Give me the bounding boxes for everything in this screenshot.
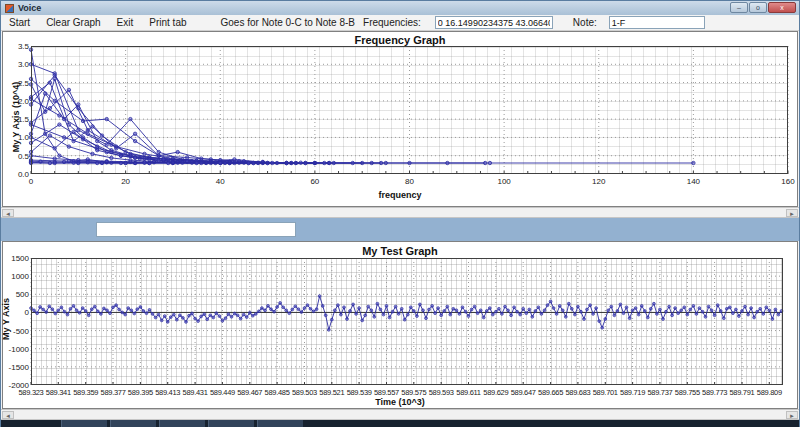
y-tick-label: 2.0	[5, 97, 29, 106]
menu-item-exit[interactable]: Exit	[109, 16, 142, 29]
frequencies-input[interactable]	[435, 16, 553, 29]
window-title: Voice	[18, 3, 41, 13]
x-tick-label: 589.449	[207, 388, 237, 397]
x-tick-label: 589.485	[262, 388, 292, 397]
scroll-right-icon[interactable]: ►	[786, 411, 798, 419]
x-tick-label: 589.683	[563, 388, 593, 397]
menu-item-print-tab[interactable]: Print tab	[141, 16, 194, 29]
x-tick-label: 589.341	[43, 388, 73, 397]
y-tick-label: 0	[5, 308, 29, 317]
y-tick-label: -2000	[5, 381, 29, 390]
menu-item-start[interactable]: Start	[1, 16, 38, 29]
scroll-left-icon[interactable]: ◄	[2, 209, 14, 217]
y-tick-label: 3.0	[5, 60, 29, 69]
x-tick-label: 589.413	[153, 388, 183, 397]
menu-bar: Start Clear Graph Exit Print tab Goes fo…	[1, 15, 799, 31]
taskbar-item[interactable]	[110, 420, 156, 427]
x-tick-label: 589.503	[289, 388, 319, 397]
x-tick-label: 589.395	[125, 388, 155, 397]
x-tick-label: 589.629	[481, 388, 511, 397]
band-textbox[interactable]	[96, 222, 296, 237]
x-tick-label: 589.431	[180, 388, 210, 397]
y-tick-label: -1000	[5, 345, 29, 354]
x-tick-label: 589.791	[727, 388, 757, 397]
frequency-graph-xlabel: frequency	[3, 190, 797, 200]
title-bar[interactable]: Voice – o x	[1, 1, 799, 15]
close-button[interactable]: x	[768, 2, 796, 13]
frequencies-label: Frequencies:	[359, 16, 425, 29]
x-tick-label: 20	[116, 177, 136, 186]
frequency-graph-panel: Frequency Graph My Y Axis (10^4) 0204060…	[2, 31, 798, 207]
test-graph-xlabel: Time (10^3)	[3, 397, 797, 407]
y-tick-label: -500	[5, 327, 29, 336]
x-tick-label: 589.647	[508, 388, 538, 397]
taskbar[interactable]	[1, 420, 799, 427]
x-tick-label: 589.467	[235, 388, 265, 397]
taskbar-item[interactable]	[159, 420, 205, 427]
x-tick-label: 589.377	[98, 388, 128, 397]
y-tick-label: 500	[5, 290, 29, 299]
lower-horizontal-scrollbar[interactable]: ◄ ►	[1, 409, 799, 420]
x-tick-label: 589.593	[426, 388, 456, 397]
y-tick-label: 1.5	[5, 115, 29, 124]
y-tick-label: 2.5	[5, 79, 29, 88]
scroll-left-icon[interactable]: ◄	[2, 411, 14, 419]
x-tick-label: 120	[589, 177, 609, 186]
y-tick-label: -1500	[5, 363, 29, 372]
x-tick-label: 589.809	[754, 388, 784, 397]
menu-item-clear-graph[interactable]: Clear Graph	[38, 16, 108, 29]
x-tick-label: 589.773	[700, 388, 730, 397]
y-tick-label: 1000	[5, 272, 29, 281]
x-tick-label: 140	[683, 177, 703, 186]
note-label: Note:	[569, 16, 601, 29]
y-tick-label: 3.5	[5, 42, 29, 51]
upper-horizontal-scrollbar[interactable]: ◄ ►	[1, 207, 799, 218]
test-plot-area	[31, 258, 783, 385]
y-tick-label: 1500	[5, 254, 29, 263]
taskbar-item[interactable]	[61, 420, 107, 427]
test-graph-title: My Test Graph	[3, 245, 797, 257]
note-range-label: Goes for Note 0-C to Note 8-B	[217, 16, 360, 29]
x-tick-label: 589.359	[71, 388, 101, 397]
x-tick-label: 589.755	[672, 388, 702, 397]
taskbar-item[interactable]	[257, 420, 303, 427]
scroll-right-icon[interactable]: ►	[786, 209, 798, 217]
x-tick-label: 100	[494, 177, 514, 186]
separator-band	[1, 218, 799, 241]
x-tick-label: 589.611	[454, 388, 484, 397]
x-tick-label: 589.521	[317, 388, 347, 397]
taskbar-item[interactable]	[208, 420, 254, 427]
minimize-button[interactable]: –	[730, 2, 748, 13]
app-window: Voice – o x Start Clear Graph Exit Print…	[0, 0, 800, 427]
y-tick-label: 0.5	[5, 152, 29, 161]
x-tick-label: 80	[400, 177, 420, 186]
maximize-button[interactable]: o	[749, 2, 767, 13]
x-tick-label: 589.557	[371, 388, 401, 397]
frequency-graph-title: Frequency Graph	[3, 34, 797, 46]
x-tick-label: 589.701	[590, 388, 620, 397]
x-tick-label: 589.737	[645, 388, 675, 397]
y-tick-label: 0.0	[5, 170, 29, 179]
note-input[interactable]	[609, 16, 705, 29]
app-icon	[5, 4, 14, 13]
x-tick-label: 40	[210, 177, 230, 186]
x-tick-label: 60	[305, 177, 325, 186]
y-tick-label: 1.0	[5, 133, 29, 142]
x-tick-label: 589.665	[536, 388, 566, 397]
x-tick-label: 589.539	[344, 388, 374, 397]
test-graph-panel: My Test Graph My Y Axis 589.323589.34158…	[2, 241, 798, 409]
x-tick-label: 160	[778, 177, 798, 186]
test-plot	[31, 258, 783, 385]
frequency-plot	[31, 46, 788, 174]
x-tick-label: 589.719	[618, 388, 648, 397]
x-tick-label: 589.575	[399, 388, 429, 397]
frequency-plot-area	[31, 46, 788, 174]
